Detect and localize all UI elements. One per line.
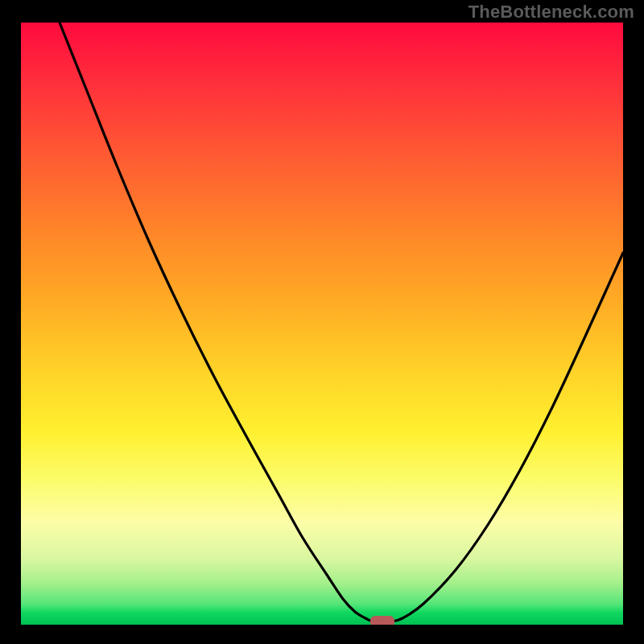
optimum-marker [370,616,394,625]
plot-area [21,23,623,625]
chart-svg [21,23,623,625]
chart-frame: TheBottleneck.com [0,0,644,644]
bottleneck-curve-line [60,23,623,622]
watermark-text: TheBottleneck.com [469,2,634,23]
